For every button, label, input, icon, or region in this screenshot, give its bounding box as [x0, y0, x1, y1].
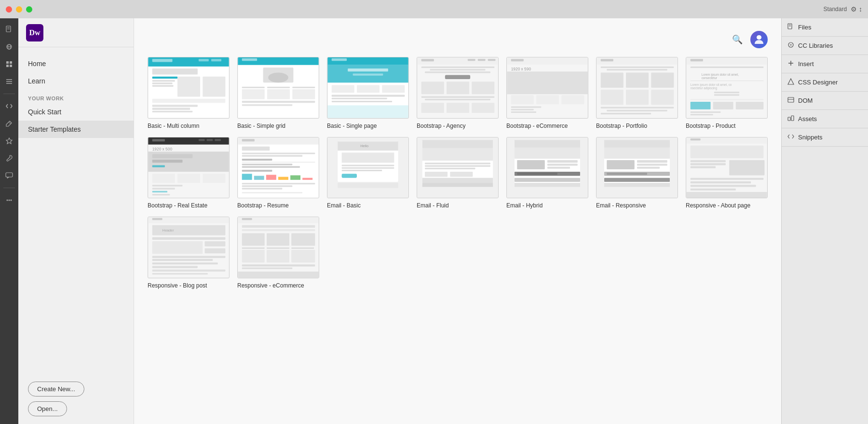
svg-rect-184 [515, 147, 580, 158]
template-thumb-responsive-about [686, 137, 768, 199]
svg-rect-144 [242, 155, 303, 156]
svg-point-16 [7, 200, 8, 201]
svg-rect-129 [152, 154, 193, 158]
panel-item-assets[interactable]: Assets [782, 110, 868, 128]
svg-rect-64 [468, 59, 475, 61]
svg-rect-209 [691, 160, 726, 162]
template-card-email-fluid[interactable]: Email - Fluid [417, 137, 499, 209]
template-card-bootstrap-ecommerce[interactable]: 1920 x 590 Bootstrap - eCommerce [506, 57, 588, 129]
svg-rect-45 [292, 89, 315, 99]
close-button[interactable] [6, 6, 12, 13]
svg-rect-65 [478, 59, 486, 61]
template-card-email-hybrid[interactable]: Email - Hybrid [506, 137, 588, 209]
template-name: Basic - Multi column [148, 123, 230, 129]
assets-label: Assets [798, 115, 817, 123]
template-thumb-bootstrap-real-estate: 1920 x 500 [148, 137, 230, 199]
open-button[interactable]: Open... [28, 401, 67, 416]
grid-rail-icon[interactable] [2, 57, 16, 71]
star-rail-icon[interactable] [2, 134, 16, 148]
svg-rect-47 [242, 104, 293, 106]
brush-rail-icon[interactable] [2, 116, 16, 131]
svg-rect-208 [691, 145, 764, 158]
panel-item-insert[interactable]: Insert [782, 55, 868, 73]
svg-rect-249 [238, 272, 318, 278]
svg-rect-148 [242, 166, 300, 167]
link-rail-icon[interactable] [2, 40, 16, 54]
minimize-button[interactable] [16, 6, 22, 13]
template-card-basic-simple-grid[interactable]: Basic - Simple grid [237, 57, 319, 129]
sidebar-item-home[interactable]: Home [18, 55, 134, 72]
svg-rect-133 [177, 174, 200, 183]
svg-rect-28 [152, 85, 174, 87]
template-card-email-basic[interactable]: Hello Email - Basic [327, 137, 409, 209]
template-card-email-responsive[interactable]: Email - Responsive [596, 137, 678, 209]
template-thumb-basic-single [327, 57, 409, 119]
template-card-bootstrap-agency[interactable]: Bootstrap - Agency [417, 57, 499, 129]
panel-item-snippets[interactable]: Snippets [782, 128, 868, 147]
svg-rect-95 [601, 72, 624, 87]
sidebar-item-learn[interactable]: Learn [18, 72, 134, 90]
svg-rect-94 [607, 69, 667, 70]
svg-rect-210 [691, 163, 726, 165]
tool-rail-icon[interactable] [2, 151, 16, 165]
template-card-bootstrap-resume[interactable]: Bootstrap - Resume [237, 137, 319, 209]
workspace-label[interactable]: Standard [823, 6, 847, 13]
panel-item-cc-libraries[interactable]: CC Libraries [782, 37, 868, 55]
template-card-basic-single[interactable]: Basic - Single page [327, 57, 409, 129]
panel-item-dom[interactable]: DOM [782, 92, 868, 110]
svg-rect-183 [515, 140, 580, 148]
user-avatar[interactable] [750, 31, 768, 48]
panel-item-css-designer[interactable]: CSS Designer [782, 73, 868, 92]
template-thumb-email-basic: Hello [327, 137, 409, 199]
svg-rect-232 [152, 273, 208, 274]
svg-rect-56 [382, 85, 405, 93]
svg-rect-83 [507, 71, 587, 94]
template-card-bootstrap-portfolio[interactable]: Bootstrap - Portfolio [596, 57, 678, 129]
template-card-bootstrap-product[interactable]: Lorem ipsum dolor sit amet, consectetur … [686, 57, 768, 129]
template-card-responsive-ecommerce[interactable]: Responsive - eCommerce [237, 217, 319, 289]
svg-rect-21 [152, 59, 173, 62]
svg-rect-100 [651, 90, 674, 105]
svg-rect-246 [291, 250, 315, 262]
svg-rect-92 [601, 59, 613, 61]
svg-rect-123 [152, 139, 165, 141]
create-new-button[interactable]: Create New... [28, 382, 84, 397]
search-icon[interactable]: 🔍 [732, 34, 743, 45]
sidebar-item-starter-templates[interactable]: Starter Templates [18, 121, 134, 138]
svg-rect-131 [152, 165, 165, 167]
svg-rect-147 [242, 164, 293, 165]
svg-rect-88 [511, 109, 534, 110]
list-rail-icon[interactable] [2, 74, 16, 89]
svg-rect-169 [338, 183, 398, 188]
template-name: Bootstrap - Product [686, 123, 768, 129]
panel-item-files[interactable]: Files [782, 18, 868, 37]
your-work-label: YOUR WORK [18, 90, 134, 103]
template-card-basic-multi[interactable]: Basic - Multi column [148, 57, 230, 129]
svg-rect-220 [152, 218, 163, 220]
svg-rect-156 [242, 183, 315, 184]
template-card-responsive-blog[interactable]: Header Responsiv [148, 217, 230, 289]
dw-logo: Dw [26, 24, 43, 41]
maximize-button[interactable] [26, 6, 32, 13]
chat-rail-icon[interactable] [2, 168, 16, 183]
svg-rect-22 [199, 59, 209, 61]
svg-rect-29 [177, 77, 200, 97]
svg-rect-60 [327, 105, 408, 118]
sidebar-item-quick-start[interactable]: Quick Start [18, 103, 134, 121]
svg-rect-32 [152, 105, 198, 107]
more-rail-icon[interactable] [2, 193, 16, 207]
code-rail-icon[interactable] [2, 99, 16, 113]
svg-rect-152 [266, 175, 276, 179]
template-name: Bootstrap - Agency [417, 123, 499, 129]
svg-rect-252 [789, 26, 791, 27]
settings-icon[interactable]: ⚙ ↕ [851, 5, 862, 13]
svg-rect-68 [430, 69, 485, 70]
template-card-responsive-about[interactable]: Responsive - About page [686, 137, 768, 209]
template-card-bootstrap-real-estate[interactable]: 1920 x 500 [148, 137, 230, 209]
file-rail-icon[interactable] [2, 22, 16, 37]
rail-separator-2 [3, 188, 15, 188]
svg-rect-155 [302, 178, 312, 179]
svg-text:consectetur: consectetur [702, 76, 717, 80]
svg-line-13 [9, 122, 11, 124]
svg-text:nsectetur adipiscing: nsectetur adipiscing [691, 86, 718, 90]
